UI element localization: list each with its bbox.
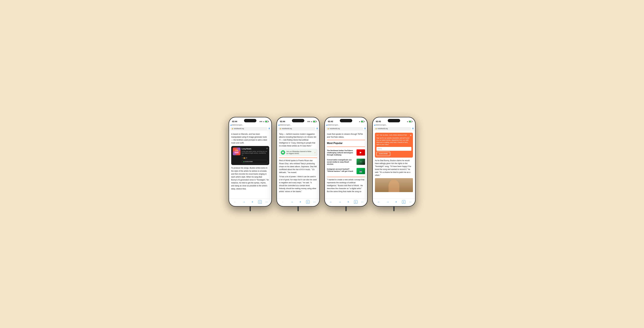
dynamic-island-3 (340, 119, 352, 122)
orange-divider-3b (327, 147, 365, 147)
cable-2 (298, 207, 299, 211)
more-btn-4[interactable]: ··· (409, 201, 412, 203)
tabs-btn-4[interactable]: 1 (402, 200, 406, 204)
battery-1 (265, 121, 268, 122)
email-input[interactable]: EMAIL (376, 147, 412, 151)
webdriver-row-2: ◀ WebDriverAgent... (277, 124, 319, 127)
popular-img-2: ♫♫ (356, 159, 365, 165)
more-btn-3[interactable]: ··· (361, 201, 364, 203)
more-btn-1[interactable]: ··· (265, 201, 268, 203)
time-2: 02:44 (280, 120, 285, 123)
sos-1: SOS (260, 121, 262, 122)
cable-4 (393, 207, 394, 211)
back-btn-1[interactable]: ← (232, 200, 238, 204)
subscribe-btn-4[interactable]: SUBSCRIBE (376, 152, 390, 156)
phone-1: 02:44 SOS ▲ ◀ WebDriverAgent... 🔒 (228, 117, 272, 207)
webdriver-back-2: ◀ (278, 124, 280, 126)
popular-img-1: ▶ (356, 149, 365, 156)
popular-text-3: Instagram account hacked? "Ethical hacke… (327, 168, 355, 172)
popular-item-1[interactable]: The Northeast Indian YouTubers challengi… (327, 148, 365, 157)
popular-item-2[interactable]: Conservative evangelicals use social med… (327, 157, 365, 167)
whatsapp-banner[interactable]: 💬 Join our WhatsApp channel to follow ou… (279, 149, 317, 156)
p3-text-top: mask that speaks to viewers through TikT… (327, 133, 365, 139)
forward-btn-2[interactable]: → (289, 200, 294, 204)
bottom-nav-3: ← → + 1 ··· (325, 199, 367, 206)
tabs-btn-2[interactable]: 1 (306, 200, 310, 204)
content-area-4: ✕ GET THE GLOBAL, OUR (FREE) NEWSLETTER … (373, 131, 415, 199)
long-reads-close[interactable]: ✕ (266, 147, 268, 150)
content-scroll-3: mask that speaks to viewers through TikT… (325, 131, 367, 199)
url-bar-2[interactable]: 🔒 restofworld.org (278, 127, 315, 130)
cable-3 (346, 207, 347, 211)
forward-btn-1[interactable]: → (242, 200, 247, 204)
long-reads-title: Long Reads (242, 148, 268, 150)
forward-btn-4[interactable]: → (385, 200, 390, 204)
signal-icon-1: ▲ (263, 121, 264, 122)
url-bar-4[interactable]: 🔒 restofworld.org (374, 127, 411, 130)
person-silhouette (388, 180, 399, 192)
browser-bar-4[interactable]: 🔒 restofworld.org ⬆ (373, 127, 415, 131)
status-right-4: ▲ (407, 121, 412, 122)
content-area-3: mask that speaks to viewers through TikT… (325, 131, 367, 199)
webdriver-row-4: ◀ WebDriverAgent... (373, 124, 415, 127)
add-btn-1[interactable]: + (250, 200, 254, 204)
signal-icon-4: ▲ (407, 121, 408, 122)
webdriver-back-4: ◀ (374, 124, 375, 126)
article-text-1b: To produce his songs, Bustos writes lyri… (231, 167, 269, 190)
content-scroll-4: ✕ GET THE GLOBAL, OUR (FREE) NEWSLETTER … (373, 131, 415, 199)
forward-btn-3[interactable]: → (337, 200, 342, 204)
battery-3 (361, 121, 364, 122)
share-icon-1[interactable]: ⬆ (268, 127, 270, 130)
battery-4 (409, 121, 412, 122)
dynamic-island-1 (244, 119, 256, 122)
phone-3-wrapper: 02:43 ▲ ◀ WebDriverAgent... 🔒 restofworl… (324, 117, 368, 211)
add-btn-3[interactable]: + (346, 200, 350, 204)
add-btn-2[interactable]: + (298, 200, 302, 204)
spotify-thumb: ♫♫ (356, 159, 365, 165)
newsletter-desc: Sign up for our weekly newsletter and we… (376, 137, 412, 146)
popular-item-3[interactable]: Instagram account hacked? "Ethical hacke… (327, 167, 365, 176)
subscribe-label-1: SUBSCRIBE (245, 161, 253, 163)
more-btn-2[interactable]: ··· (313, 201, 316, 203)
webdriver-row-3: ◀ WebDriverAgent... (325, 124, 367, 127)
green-thumb: 💻 (356, 168, 365, 174)
signal-icon-3: ▲ (359, 121, 360, 122)
most-popular-title: Most Popular (327, 141, 365, 145)
webdriver-text-2: WebDriverAgent... (280, 124, 291, 126)
tabs-btn-3[interactable]: 1 (354, 200, 358, 204)
browser-bar-3[interactable]: 🔒 restofworld.org ⬆ (325, 127, 367, 131)
phone-4: 02:43 ▲ ◀ WebDriverAgent... 🔒 restofworl… (372, 117, 416, 207)
whatsapp-text: Join our WhatsApp channel to follow our … (286, 150, 314, 154)
long-reads-card[interactable]: Long Reads Long Reads In this new audio … (231, 146, 269, 165)
person-photo (375, 178, 413, 192)
tabs-btn-1[interactable]: 1 (258, 200, 262, 204)
url-bar-3[interactable]: 🔒 restofworld.org (326, 127, 363, 130)
subscribe-btn-1[interactable]: SUBSCRIBE (242, 160, 268, 164)
back-btn-3[interactable]: ← (328, 200, 334, 204)
share-icon-2[interactable]: ⬆ (316, 127, 318, 130)
share-icon-3[interactable]: ⬆ (364, 127, 366, 130)
popular-text-2: Conservative evangelicals use social med… (327, 159, 355, 165)
signal-icon-2: ▲ (311, 121, 312, 122)
share-icon-4[interactable]: ⬆ (412, 127, 414, 130)
orange-divider-3 (327, 140, 365, 140)
newsletter-close[interactable]: ✕ (410, 134, 412, 137)
browser-bar-2[interactable]: 🔒 restofworld.org ⬆ (277, 127, 319, 131)
dynamic-island-2 (292, 119, 304, 122)
url-text-2: restofworld.org (282, 128, 292, 129)
time-1: 02:44 (232, 120, 237, 123)
spotify-icon: ♫ (242, 157, 243, 159)
url-bar-1[interactable]: 🔒 restofworld.org (230, 127, 267, 130)
back-btn-4[interactable]: ← (376, 200, 382, 204)
browser-bar-1[interactable]: 🔒 restofworld.org ⬆ (229, 127, 272, 131)
status-right-1: SOS ▲ (260, 121, 268, 122)
status-right-3: ▲ (359, 121, 364, 122)
lock-icon-4: 🔒 (375, 128, 377, 129)
long-reads-thumb: Long Reads (233, 148, 240, 155)
add-btn-4[interactable]: + (394, 200, 398, 204)
content-area-1: is based on Marcelo, and has been manipu… (229, 131, 272, 199)
content-scroll-2: Tainy — behind massive modern reggaeton … (277, 131, 319, 199)
phone-2-wrapper: 02:44 SOS ▲ ◀ WebDriverAgent... 🔒 restof… (276, 117, 320, 211)
back-btn-2[interactable]: ← (280, 200, 286, 204)
podcast-icon: 📻 (244, 157, 245, 159)
